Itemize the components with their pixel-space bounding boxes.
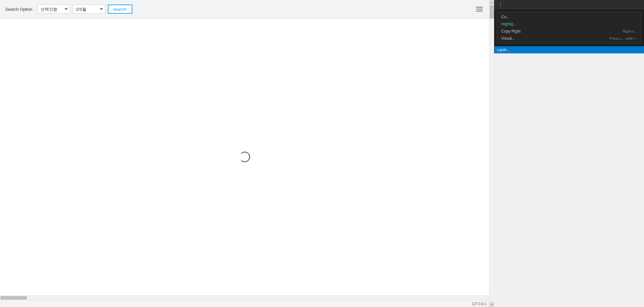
loading-spinner xyxy=(240,152,250,162)
toolbar-left: Search Option 선택안함 옵션1 옵션2 1개월 3개월 6개월 1… xyxy=(5,5,132,14)
scrollbar-down-arrow[interactable]: ▼ xyxy=(490,302,494,307)
bottom-status-label: Lighth... xyxy=(497,48,510,52)
hamburger-menu-button[interactable] xyxy=(475,6,484,13)
category-select[interactable]: 선택안함 옵션1 옵션2 xyxy=(37,5,70,14)
scrollbar-thumb[interactable] xyxy=(490,6,494,19)
address-status: 127.0.0.1 xyxy=(472,302,487,306)
right-panel-toolbar: ⋮ xyxy=(494,0,644,9)
context-menu-item-copyright-shortcut: Right-c... xyxy=(623,29,637,33)
toolbar: Search Option 선택안함 옵션1 옵션2 1개월 3개월 6개월 1… xyxy=(0,0,489,19)
context-menu-item-copyright-label: Copy Right xyxy=(501,29,520,34)
context-menu-item-highlight-label: Highlig... xyxy=(501,22,517,26)
main-content xyxy=(0,19,489,295)
context-menu: Co... Highlig... Copy Right Right-c... V… xyxy=(497,12,641,44)
context-menu-item-visual-label: Visual... xyxy=(501,36,515,41)
hamburger-line-3 xyxy=(476,11,483,11)
right-panel-bottom: Lighth... xyxy=(494,46,644,53)
toolbar-title: Search Option xyxy=(5,7,32,12)
horizontal-scrollbar[interactable] xyxy=(0,295,489,300)
scrollbar-up-arrow[interactable]: ▲ xyxy=(490,0,494,5)
right-panel-inner: ⋮ Co... Highlig... Copy Right Right-c...… xyxy=(494,0,644,53)
horizontal-scrollbar-thumb[interactable] xyxy=(1,296,27,300)
hamburger-line-2 xyxy=(476,9,483,9)
context-menu-item-copy-label: Co... xyxy=(501,15,509,19)
status-bar: 127.0.0.1 xyxy=(0,300,489,307)
hamburger-line-1 xyxy=(476,7,483,7)
panel-menu-button[interactable]: ⋮ xyxy=(497,1,504,8)
right-panel: ⋮ Co... Highlig... Copy Right Right-c...… xyxy=(494,0,644,307)
context-menu-item-copy[interactable]: Co... xyxy=(497,13,641,21)
dropdown2-wrapper: 1개월 3개월 6개월 1년 xyxy=(73,5,105,14)
search-button[interactable]: search! xyxy=(108,5,132,14)
context-menu-item-visual-shortcut: Press c... shift+... xyxy=(609,36,637,40)
vertical-scrollbar-track: ▲ ▼ xyxy=(489,0,494,307)
context-menu-item-visual[interactable]: Visual... Press c... shift+... xyxy=(497,35,641,42)
context-menu-item-copyright[interactable]: Copy Right Right-c... xyxy=(497,28,641,35)
dropdown1-wrapper: 선택안함 옵션1 옵션2 xyxy=(37,5,70,14)
period-select[interactable]: 1개월 3개월 6개월 1년 xyxy=(73,5,105,14)
context-menu-item-highlight[interactable]: Highlig... xyxy=(497,21,641,28)
right-panel-content: Co... Highlig... Copy Right Right-c... V… xyxy=(494,9,644,46)
